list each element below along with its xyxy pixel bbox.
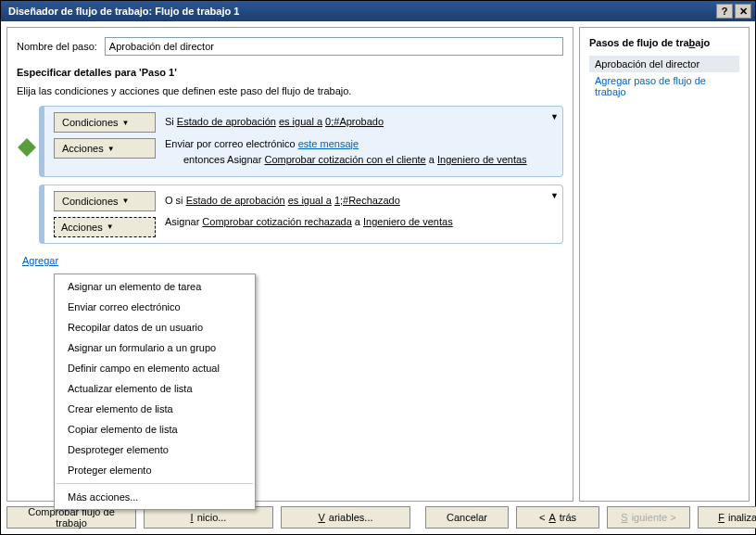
- main-panel: Nombre del paso: Especificar detalles pa…: [6, 27, 573, 502]
- menu-item-more[interactable]: Más acciones...: [55, 487, 255, 507]
- branch-1-action-1: Enviar por correo electrónico este mensa…: [165, 136, 553, 153]
- titlebar: Diseñador de flujo de trabajo: Flujo de …: [1, 1, 755, 21]
- menu-item-send-email[interactable]: Enviar correo electrónico: [55, 297, 255, 317]
- section-heading: Especificar detalles para 'Paso 1': [17, 67, 563, 78]
- actions-button-active[interactable]: Acciones▼: [54, 217, 156, 237]
- branch-1-action-2: entonces Asignar Comprobar cotización co…: [165, 152, 553, 169]
- menu-item-assign-form[interactable]: Asignar un formulario a un grupo: [55, 338, 255, 358]
- next-button: Siguiente >: [607, 506, 690, 529]
- add-step-link[interactable]: Agregar paso de flujo de trabajo: [589, 72, 739, 100]
- condition-field[interactable]: Estado de aprobación: [177, 116, 276, 127]
- step-name-row: Nombre del paso:: [17, 37, 563, 56]
- menu-item-collect-data[interactable]: Recopilar datos de un usuario: [55, 317, 255, 338]
- variables-button[interactable]: Variables...: [281, 506, 410, 529]
- task-link[interactable]: Comprobar cotización rechazada: [202, 216, 351, 227]
- condition-field[interactable]: Estado de aprobación: [186, 195, 285, 206]
- actions-menu: Asignar un elemento de tarea Enviar corr…: [54, 274, 256, 510]
- condition-value[interactable]: 1;#Rechazado: [334, 195, 400, 206]
- branches: Condiciones▼ Acciones▼ ▼ Si Estado de ap…: [39, 106, 563, 244]
- help-button[interactable]: ?: [716, 4, 733, 19]
- task-link[interactable]: Comprobar cotización con el cliente: [264, 154, 425, 165]
- finish-button[interactable]: Finalizar: [698, 506, 756, 529]
- menu-item-copy-list[interactable]: Copiar elemento de lista: [55, 419, 255, 439]
- chevron-down-icon: ▼: [122, 197, 130, 205]
- chevron-down-icon: ▼: [107, 145, 115, 153]
- menu-item-update-list[interactable]: Actualizar elemento de lista: [55, 378, 255, 399]
- assignee-link[interactable]: Ingeniero de ventas: [437, 154, 527, 165]
- side-panel-title: Pasos de flujo de trabajo: [589, 37, 739, 48]
- email-message-link[interactable]: este mensaje: [298, 138, 359, 149]
- branch-1-content: ▼ Si Estado de aprobación es igual a 0;#…: [165, 107, 562, 176]
- branch-1-buttons: Condiciones▼ Acciones▼: [44, 107, 165, 164]
- side-panel: Pasos de flujo de trabajo Aprobación del…: [579, 27, 750, 502]
- condition-op[interactable]: es igual a: [288, 195, 332, 206]
- branch-1-condition: Si Estado de aprobación es igual a 0;#Ap…: [165, 114, 553, 131]
- window: Diseñador de flujo de trabajo: Flujo de …: [0, 0, 756, 535]
- conditions-button[interactable]: Condiciones▼: [54, 112, 156, 133]
- menu-item-create-list[interactable]: Crear elemento de lista: [55, 399, 255, 419]
- branch-2-content: ▼ O si Estado de aprobación es igual a 1…: [165, 185, 562, 238]
- branch-2-action: Asignar Comprobar cotización rechazada a…: [165, 214, 553, 231]
- diamond-icon: [18, 138, 36, 157]
- window-title: Diseñador de flujo de trabajo: Flujo de …: [5, 6, 716, 17]
- branch-2: Condiciones▼ Acciones▼ ▼ O si Estado de …: [39, 185, 563, 244]
- step-list-item[interactable]: Aprobación del director: [589, 56, 739, 72]
- body: Nombre del paso: Especificar detalles pa…: [1, 21, 755, 507]
- assignee-link[interactable]: Ingeniero de ventas: [363, 216, 453, 227]
- branch-1: Condiciones▼ Acciones▼ ▼ Si Estado de ap…: [39, 106, 563, 177]
- step-name-label: Nombre del paso:: [17, 41, 97, 52]
- menu-item-checkout[interactable]: Desproteger elemento: [55, 439, 255, 460]
- branch-2-condition: O si Estado de aprobación es igual a 1;#…: [165, 193, 553, 210]
- flow-area: Condiciones▼ Acciones▼ ▼ Si Estado de ap…: [17, 106, 563, 266]
- titlebar-buttons: ? ✕: [716, 4, 751, 19]
- chevron-down-icon: ▼: [122, 119, 130, 127]
- conditions-button[interactable]: Condiciones▼: [54, 191, 156, 211]
- add-branch-link[interactable]: Agregar: [22, 255, 58, 266]
- menu-item-set-field[interactable]: Definir campo en elemento actual: [55, 358, 255, 378]
- back-button[interactable]: < Atrás: [516, 506, 599, 529]
- chevron-down-icon[interactable]: ▼: [550, 189, 559, 202]
- chevron-down-icon[interactable]: ▼: [550, 110, 559, 123]
- actions-button[interactable]: Acciones▼: [54, 138, 156, 159]
- menu-item-assign-task[interactable]: Asignar un elemento de tarea: [55, 276, 255, 297]
- menu-separator: [57, 483, 253, 484]
- branch-2-buttons: Condiciones▼ Acciones▼: [44, 185, 165, 243]
- step-name-input[interactable]: [105, 37, 563, 56]
- close-button[interactable]: ✕: [735, 4, 751, 19]
- condition-value[interactable]: 0;#Aprobado: [325, 116, 384, 127]
- section-desc: Elija las condiciones y acciones que def…: [17, 85, 563, 96]
- menu-item-checkin[interactable]: Proteger elemento: [55, 460, 255, 480]
- condition-op[interactable]: es igual a: [279, 116, 322, 127]
- chevron-down-icon: ▼: [107, 223, 114, 231]
- cancel-button[interactable]: Cancelar: [425, 506, 509, 529]
